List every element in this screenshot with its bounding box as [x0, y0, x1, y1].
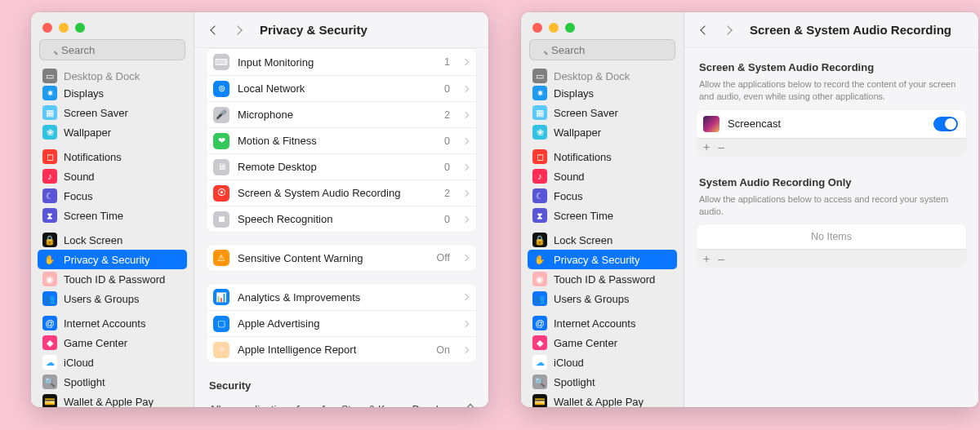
app-row-screencast[interactable]: Screencast: [697, 110, 966, 138]
notifications-icon: ◻: [532, 149, 547, 164]
chevron-right-icon: [462, 346, 469, 352]
lock-screen-icon: 🔒: [42, 233, 57, 247]
sidebar-item-privacy-security[interactable]: ✋Privacy & Security: [528, 250, 677, 269]
row-label: Microphone: [238, 109, 436, 121]
close-button[interactable]: [42, 23, 52, 33]
sidebar-item-label: Notifications: [554, 151, 612, 163]
sidebar-item-lock-screen[interactable]: 🔒Lock Screen: [38, 230, 187, 250]
sidebar-item-touch-id-password[interactable]: ◉Touch ID & Password: [38, 269, 187, 289]
close-button[interactable]: [532, 23, 542, 33]
sidebar-item-sound[interactable]: ♪Sound: [528, 166, 677, 186]
sidebar-item-touch-id-password[interactable]: ◉Touch ID & Password: [528, 269, 677, 289]
sidebar-item-game-center[interactable]: ◆Game Center: [528, 333, 677, 352]
row-label: Apple Intelligence Report: [238, 344, 428, 356]
toolbar: Privacy & Security: [194, 12, 488, 48]
sidebar-item-game-center[interactable]: ◆Game Center: [38, 333, 187, 352]
privacy-row-speech-recognition[interactable]: ⏹Speech Recognition0: [207, 206, 476, 232]
privacy-row-remote-desktop[interactable]: 🖥Remote Desktop0: [207, 153, 476, 180]
nav-back-button[interactable]: [696, 21, 714, 39]
chevron-right-icon: [462, 59, 469, 65]
sidebar-item-label: Spotlight: [554, 376, 595, 388]
sidebar-item-privacy-security[interactable]: ✋Privacy & Security: [38, 250, 187, 269]
privacy-row-motion-fitness[interactable]: ❤Motion & Fitness0: [207, 127, 476, 153]
sidebar-item-spotlight[interactable]: 🔍Spotlight: [528, 372, 677, 392]
screencast-toggle[interactable]: [933, 117, 958, 131]
chevron-left-icon: [700, 25, 709, 34]
add-button[interactable]: +: [703, 252, 710, 265]
sidebar-item-label: Screen Time: [64, 210, 123, 222]
sidebar-item-internet-accounts[interactable]: @Internet Accounts: [38, 313, 187, 333]
sidebar-item-label: Touch ID & Password: [64, 273, 165, 286]
chevron-left-icon: [210, 25, 219, 34]
privacy-row-apple-advertising[interactable]: ▢Apple Advertising: [207, 310, 476, 336]
sidebar-item-label: Lock Screen: [554, 234, 612, 246]
popup-caret-icon: [467, 406, 474, 408]
game-center-icon: ◆: [532, 335, 547, 350]
internet-accounts-icon: @: [532, 316, 547, 330]
sidebar-item-wallet-apple-pay[interactable]: 💳Wallet & Apple Pay: [38, 392, 187, 407]
sidebar-item-focus[interactable]: ☾Focus: [528, 186, 677, 206]
sidebar-item-icloud[interactable]: ☁︎iCloud: [528, 352, 677, 372]
sidebar-item-focus[interactable]: ☾Focus: [38, 186, 187, 206]
app-label: Screencast: [728, 117, 925, 130]
security-heading: Security: [206, 375, 477, 397]
add-button[interactable]: +: [703, 140, 710, 153]
privacy-row-input-monitoring[interactable]: ⌨Input Monitoring1: [207, 49, 476, 75]
sidebar-item-notifications[interactable]: ◻Notifications: [528, 147, 677, 166]
sidebar-item-label: Internet Accounts: [554, 317, 635, 330]
allow-applications-popup[interactable]: App Store & Known Developers: [320, 404, 474, 408]
remove-button[interactable]: –: [718, 252, 724, 265]
sidebar-item-label: Screen Time: [554, 210, 613, 222]
sidebar-item-lock-screen[interactable]: 🔒Lock Screen: [528, 230, 677, 250]
minimize-button[interactable]: [549, 23, 559, 33]
allow-applications-row[interactable]: Allow applications from App Store & Know…: [206, 397, 477, 407]
game-center-icon: ◆: [42, 335, 57, 350]
sidebar-item-label: Focus: [64, 190, 92, 202]
sidebar-item-desktop-dock[interactable]: ▭Desktop & Dock: [528, 69, 677, 83]
no-items-label: No Items: [697, 224, 966, 249]
sidebar-item-label: Wallpaper: [554, 126, 601, 139]
chevron-right-icon: [462, 189, 469, 196]
sidebar-item-spotlight[interactable]: 🔍Spotlight: [38, 372, 187, 392]
sidebar-item-internet-accounts[interactable]: @Internet Accounts: [528, 313, 677, 333]
sidebar: ▭Desktop & Dock✷Displays▦Screen Saver❀Wa…: [521, 12, 684, 407]
sidebar-item-label: Privacy & Security: [64, 254, 149, 266]
icloud-icon: ☁︎: [42, 355, 57, 370]
privacy-row-microphone[interactable]: 🎤Microphone2: [207, 101, 476, 127]
nav-forward-button[interactable]: [229, 21, 247, 39]
sidebar-item-displays[interactable]: ✷Displays: [528, 83, 677, 103]
sidebar-item-users-groups[interactable]: 👥Users & Groups: [528, 289, 677, 308]
screen-time-icon: ⧗: [532, 208, 547, 223]
sidebar-item-screen-saver[interactable]: ▦Screen Saver: [38, 103, 187, 122]
sidebar-item-wallpaper[interactable]: ❀Wallpaper: [528, 122, 677, 142]
chevron-right-icon: [723, 25, 732, 34]
minimize-button[interactable]: [59, 23, 69, 33]
sidebar-item-screen-time[interactable]: ⧗Screen Time: [38, 206, 187, 225]
sidebar-item-displays[interactable]: ✷Displays: [38, 83, 187, 103]
privacy-row-local-network[interactable]: ⊚Local Network0: [207, 75, 476, 101]
row-value: 1: [444, 56, 450, 68]
search-input[interactable]: [39, 39, 185, 60]
privacy-row-sensitive-content-warning[interactable]: ⚠Sensitive Content WarningOff: [207, 245, 476, 271]
sidebar-item-screen-saver[interactable]: ▦Screen Saver: [528, 103, 677, 122]
zoom-button[interactable]: [565, 23, 575, 33]
sidebar-item-label: Lock Screen: [64, 234, 122, 246]
nav-back-button[interactable]: [206, 21, 224, 39]
sidebar-item-icloud[interactable]: ☁︎iCloud: [38, 352, 187, 372]
search-input[interactable]: [529, 39, 675, 60]
sidebar-item-notifications[interactable]: ◻Notifications: [38, 147, 187, 166]
screen-recording-app-list: Screencast + –: [696, 109, 967, 157]
nav-forward-button[interactable]: [719, 21, 737, 39]
sidebar-item-screen-time[interactable]: ⧗Screen Time: [528, 206, 677, 225]
sidebar-item-desktop-dock[interactable]: ▭Desktop & Dock: [38, 69, 187, 83]
privacy-row-analytics-improvements[interactable]: 📊Analytics & Improvements: [207, 284, 476, 310]
sidebar-item-wallet-apple-pay[interactable]: 💳Wallet & Apple Pay: [528, 392, 677, 407]
sidebar-item-wallpaper[interactable]: ❀Wallpaper: [38, 122, 187, 142]
privacy-row-apple-intelligence-report[interactable]: ✧Apple Intelligence ReportOn: [207, 336, 476, 362]
sidebar-item-users-groups[interactable]: 👥Users & Groups: [38, 289, 187, 308]
zoom-button[interactable]: [75, 23, 85, 33]
sidebar-item-sound[interactable]: ♪Sound: [38, 166, 187, 186]
remove-button[interactable]: –: [718, 140, 724, 153]
sidebar-item-label: Displays: [554, 87, 594, 100]
privacy-row-screen-system-audio-recording[interactable]: ⦿Screen & System Audio Recording2: [207, 180, 476, 206]
